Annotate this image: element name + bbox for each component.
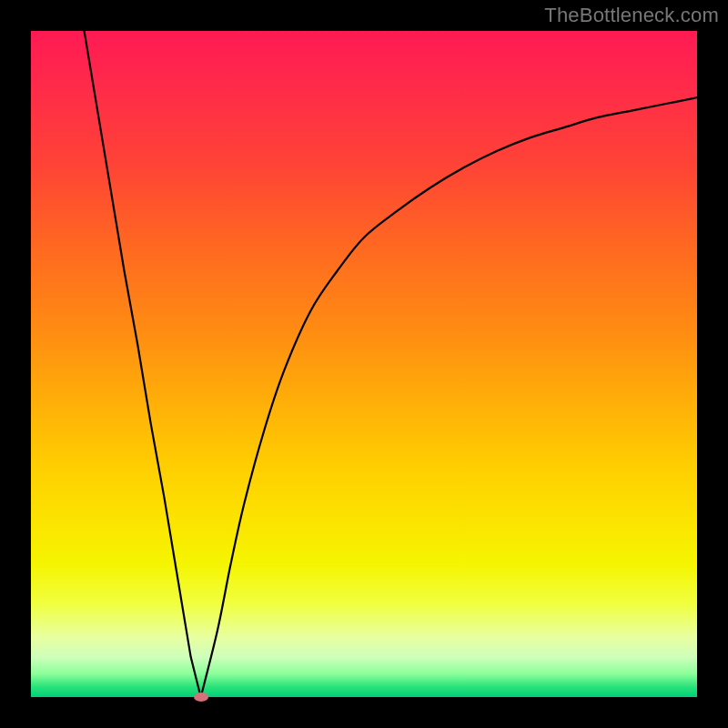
bottleneck-curve [85, 31, 697, 697]
vertex-dot [194, 693, 208, 702]
plot-area [31, 31, 697, 697]
chart-frame: TheBottleneck.com [0, 0, 728, 728]
curve-svg [31, 31, 697, 697]
watermark-text: TheBottleneck.com [544, 4, 719, 27]
